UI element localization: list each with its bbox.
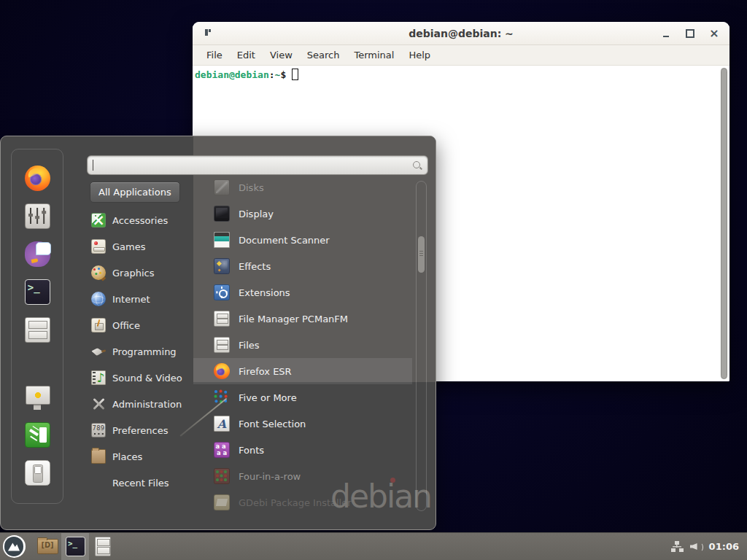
prompt-user-host: debian@debian: [195, 69, 269, 80]
terminal-scrollbar[interactable]: [720, 68, 729, 379]
window-title: debian@debian: ~: [193, 28, 729, 39]
category-label: Places: [112, 451, 142, 462]
category-office[interactable]: Office: [88, 312, 195, 338]
firefox-icon[interactable]: [25, 166, 50, 191]
terminal-icon[interactable]: [25, 279, 50, 305]
category-sound-video[interactable]: Sound & Video: [88, 365, 195, 391]
maximize-icon[interactable]: [684, 27, 697, 40]
terminal-menu-item[interactable]: View: [263, 47, 300, 63]
terminal-titlebar[interactable]: debian@debian: ~: [193, 22, 729, 45]
category-preferences[interactable]: Preferences: [88, 417, 195, 443]
terminal-cursor: [292, 69, 298, 80]
application-label: Five or More: [239, 392, 297, 403]
application-menu: debian All Applications Accessories Game…: [0, 136, 436, 530]
application-label: Fonts: [239, 445, 264, 456]
app-font-selection[interactable]: Font Selection: [193, 411, 412, 437]
application-label: Files: [239, 340, 260, 351]
app-disks[interactable]: Disks: [193, 174, 412, 201]
application-label: Display: [239, 209, 274, 219]
category-icon: [91, 475, 106, 490]
category-icon: [91, 423, 106, 438]
application-icon: [214, 494, 230, 510]
close-icon[interactable]: [708, 27, 721, 40]
favorites-sidebar: [11, 149, 63, 504]
application-icon: [214, 232, 230, 248]
menu-scrollbar[interactable]: [416, 181, 427, 511]
application-label: GDebi Package Installer: [239, 497, 352, 508]
lock-screen-icon[interactable]: [25, 384, 50, 410]
app-gdebi-package-installer[interactable]: GDebi Package Installer: [193, 489, 412, 516]
category-icon: [91, 292, 106, 306]
terminal-menu-item[interactable]: Search: [300, 47, 347, 63]
control-center-icon[interactable]: [25, 203, 50, 229]
application-icon: [214, 258, 230, 274]
terminal-menu-item[interactable]: Help: [401, 47, 438, 63]
app-extensions[interactable]: Extensions: [193, 279, 412, 306]
terminal-menu-item[interactable]: Edit: [230, 47, 263, 63]
category-label: Administration: [112, 399, 182, 410]
app-fonts[interactable]: Fonts: [193, 437, 412, 463]
category-icon: [91, 370, 106, 385]
desktop: debian@debian: ~ FileEditViewSearchTermi…: [0, 0, 747, 560]
category-list: All Applications Accessories Games Graph…: [88, 180, 195, 496]
terminal-scrollbar-thumb[interactable]: [721, 68, 727, 379]
app-files[interactable]: Files: [193, 332, 412, 358]
application-label: Document Scanner: [239, 235, 330, 246]
application-icon: [214, 179, 230, 195]
category-programming[interactable]: Programming: [88, 338, 195, 365]
category-administration[interactable]: Administration: [88, 391, 195, 417]
file-manager-launcher-icon: [95, 537, 112, 557]
application-icon: [214, 416, 230, 432]
application-label: Four-in-a-row: [239, 471, 301, 482]
application-icon: [214, 284, 230, 300]
category-graphics[interactable]: Graphics: [88, 260, 195, 286]
text-caret: [93, 160, 93, 171]
minimize-icon[interactable]: [659, 27, 673, 40]
search-icon: [412, 160, 422, 171]
category-label: Games: [112, 241, 145, 252]
category-recent-files[interactable]: Recent Files: [88, 470, 195, 496]
network-icon[interactable]: [671, 541, 684, 552]
pidgin-icon[interactable]: [25, 241, 50, 267]
application-label: Font Selection: [239, 419, 306, 429]
application-icon: [214, 468, 230, 484]
category-icon: [91, 397, 106, 411]
application-label: Disks: [239, 182, 264, 193]
app-firefox-esr[interactable]: Firefox ESR: [193, 358, 412, 384]
application-list: Disks Display Document Scanner Effects E…: [193, 174, 412, 516]
app-four-in-a-row[interactable]: Four-in-a-row: [193, 463, 412, 489]
category-label: Sound & Video: [112, 373, 182, 384]
window-controls: [659, 22, 721, 45]
system-tray: 01:06: [671, 533, 747, 560]
application-label: Firefox ESR: [239, 366, 292, 377]
app-display[interactable]: Display: [193, 201, 412, 227]
category-icon: [91, 344, 106, 359]
terminal-menu-item[interactable]: Terminal: [347, 47, 401, 63]
terminal-menu-item[interactable]: File: [199, 47, 230, 63]
category-games[interactable]: Games: [88, 233, 195, 260]
category-accessories[interactable]: Accessories: [88, 207, 195, 233]
file-cabinet-icon[interactable]: [25, 317, 50, 343]
prompt-path: ~: [275, 69, 281, 80]
category-label: Graphics: [112, 268, 154, 279]
category-icon: [91, 318, 106, 332]
log-out-icon[interactable]: [25, 422, 50, 448]
app-document-scanner[interactable]: Document Scanner: [193, 227, 412, 253]
category-all-applications[interactable]: All Applications: [90, 182, 180, 203]
category-label: Programming: [112, 346, 177, 357]
search-box[interactable]: [87, 155, 428, 175]
menu-scrollbar-thumb[interactable]: [418, 236, 425, 273]
app-effects[interactable]: Effects: [193, 253, 412, 279]
category-places[interactable]: Places: [88, 443, 195, 470]
app-file-manager-pcmanfm[interactable]: File Manager PCManFM: [193, 306, 412, 332]
category-internet[interactable]: Internet: [88, 286, 195, 312]
shut-down-icon[interactable]: [25, 460, 50, 486]
application-icon: [214, 206, 230, 222]
search-input[interactable]: [95, 156, 412, 174]
volume-icon[interactable]: [690, 541, 703, 552]
application-label: Extensions: [239, 287, 290, 298]
category-label: Internet: [112, 294, 150, 305]
category-icon: [91, 239, 106, 254]
clock[interactable]: 01:06: [709, 541, 741, 552]
category-label: Recent Files: [112, 478, 169, 489]
